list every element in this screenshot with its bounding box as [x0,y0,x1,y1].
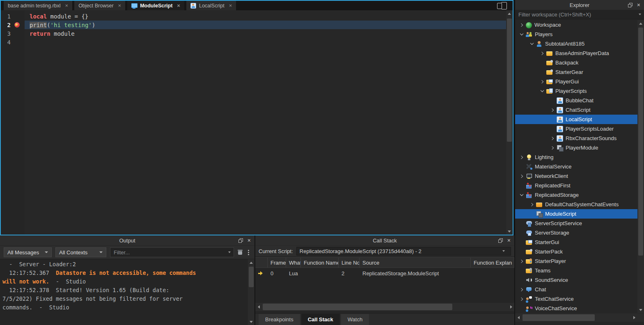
tree-item-playerscripts[interactable]: PlayerScripts [515,86,637,96]
scroll-up-icon[interactable] [248,259,254,266]
tree-item-rbxcharactersounds[interactable]: RbxCharacterSounds [515,134,637,143]
chevron-down-icon[interactable] [518,190,526,200]
tree-item-chat[interactable]: Chat [515,285,637,294]
breakpoint-slot[interactable] [11,22,23,28]
tree-item-playergui[interactable]: PlayerGui [515,77,637,86]
tree-item-soundservice[interactable]: SoundService [515,275,637,285]
code-line[interactable]: 1local module = {} [1,12,506,21]
close-icon[interactable]: × [507,237,511,243]
tree-item-voicechatservice[interactable]: VoiceChatService [515,304,637,313]
scroll-right-icon[interactable] [508,304,514,310]
line-gutter[interactable]: 4 [1,39,25,46]
chevron-right-icon[interactable] [538,48,546,58]
scroll-down-icon[interactable] [637,307,644,313]
tree-item-subtotalant8185[interactable]: SubtotalAnt8185 [515,39,637,48]
float-panel-icon[interactable] [628,3,633,7]
chevron-right-icon[interactable] [518,256,526,266]
bottom-tab-call-stack[interactable]: Call Stack [301,314,340,325]
editor-vertical-scrollbar[interactable] [506,10,513,235]
callstack-column-header[interactable]: Frame [268,258,286,267]
scroll-right-icon[interactable] [631,314,637,321]
explorer-filter-input[interactable] [515,12,639,18]
code-editor[interactable]: 1local module = {}2print('hi testing')3r… [1,10,513,235]
scrollbar-thumb[interactable] [523,314,595,321]
chevron-right-icon[interactable] [518,285,526,294]
tab-close-icon[interactable]: × [177,2,180,9]
chevron-down-icon[interactable] [538,86,546,96]
scroll-up-icon[interactable] [506,10,513,17]
tree-item-backpack[interactable]: Backpack [515,58,637,67]
tree-item-starterpack[interactable]: StarterPack [515,247,637,256]
output-vertical-scrollbar[interactable] [248,259,254,325]
tree-item-baseadminplayerdata[interactable]: BaseAdminPlayerData [515,48,637,58]
tree-item-textchatservice[interactable]: TextChatService [515,294,637,304]
callstack-column-header[interactable]: Function Name [301,258,339,267]
scroll-left-icon[interactable] [515,314,522,321]
editor-tab-localscript[interactable]: LocalScript× [186,1,236,10]
code-line[interactable]: 2print('hi testing') [1,21,506,29]
chevron-down-icon[interactable] [228,251,231,253]
message-filter-dropdown[interactable]: All Messages [4,247,52,257]
chevron-right-icon[interactable] [518,152,526,162]
tree-item-serverscriptservice[interactable]: ServerScriptService [515,219,637,228]
scrollbar-thumb[interactable] [507,18,512,142]
tree-item-bubblechat[interactable]: BubbleChat [515,96,637,105]
close-icon[interactable]: × [248,237,251,243]
editor-tab-modulescript[interactable]: ModuleScript× [127,1,184,10]
tab-close-icon[interactable]: × [118,2,121,9]
tree-item-workspace[interactable]: Workspace [515,20,637,30]
editor-tab-base-admin-testing-rbxl[interactable]: base admin testing.rbxl× [4,1,72,10]
scroll-down-icon[interactable] [248,318,254,325]
line-gutter[interactable]: 2 [1,22,25,28]
tree-item-teams[interactable]: Teams [515,266,637,275]
tree-item-networkclient[interactable]: NetworkClient [515,171,637,181]
breakpoint-current-line-icon[interactable] [14,22,20,28]
editor-tab-object-browser[interactable]: Object Browser× [74,1,125,10]
scrollbar-thumb[interactable] [263,304,452,310]
tree-item-materialservice[interactable]: MaterialService [515,162,637,171]
float-panel-icon[interactable] [498,238,503,243]
current-script-dropdown[interactable]: ReplicatedStorage.ModuleScript (23715d44… [296,247,511,256]
tree-item-startergear[interactable]: StarterGear [515,67,637,77]
chevron-right-icon[interactable] [538,77,546,86]
scrollbar-thumb[interactable] [638,28,643,256]
line-gutter[interactable]: 1 [1,13,25,20]
tree-item-lighting[interactable]: Lighting [515,152,637,162]
callstack-horizontal-scrollbar[interactable] [255,303,514,311]
output-menu-icon[interactable] [248,250,250,255]
float-panel-icon[interactable] [238,238,243,243]
tree-item-serverstorage[interactable]: ServerStorage [515,228,637,237]
scroll-left-icon[interactable] [255,304,262,310]
tree-item-starterplayer[interactable]: StarterPlayer [515,256,637,266]
tree-item-modulescript[interactable]: ModuleScript [515,209,637,219]
chevron-right-icon[interactable] [548,134,557,143]
tree-item-localscript[interactable]: LocalScript [515,115,637,124]
tree-item-startergui[interactable]: StarterGui [515,237,637,247]
explorer-filter-box[interactable] [515,10,644,19]
chevron-down-icon[interactable] [528,39,536,48]
callstack-column-header[interactable]: What [286,258,301,267]
code-line[interactable]: 4 [1,38,506,46]
chevron-right-icon[interactable] [548,143,557,152]
clear-output-icon[interactable] [238,249,243,255]
scroll-up-icon[interactable] [637,20,644,27]
explorer-horizontal-scrollbar[interactable] [515,313,637,322]
chevron-right-icon[interactable] [548,105,557,115]
chevron-right-icon[interactable] [518,171,526,181]
chevron-down-icon[interactable] [639,14,641,15]
output-filter-combobox[interactable] [110,247,234,257]
callstack-column-header[interactable] [255,258,268,267]
tree-item-playerscriptsloader[interactable]: PlayerScriptsLoader [515,124,637,134]
callstack-column-header[interactable]: Function Explan [471,258,514,267]
context-filter-dropdown[interactable]: All Contexts [55,247,106,257]
scroll-down-icon[interactable] [506,228,513,235]
scrollbar-thumb[interactable] [249,267,254,287]
tree-item-defaultchatsystemchatevents[interactable]: DefaultChatSystemChatEvents [515,200,637,209]
callstack-column-header[interactable]: Line No. [339,258,360,267]
close-icon[interactable]: × [637,2,640,8]
chevron-right-icon[interactable] [528,200,536,209]
device-emulation-icon[interactable] [497,2,507,9]
chevron-right-icon[interactable] [518,20,526,30]
code-line[interactable]: 3return module [1,29,506,38]
tab-close-icon[interactable]: × [229,2,232,9]
